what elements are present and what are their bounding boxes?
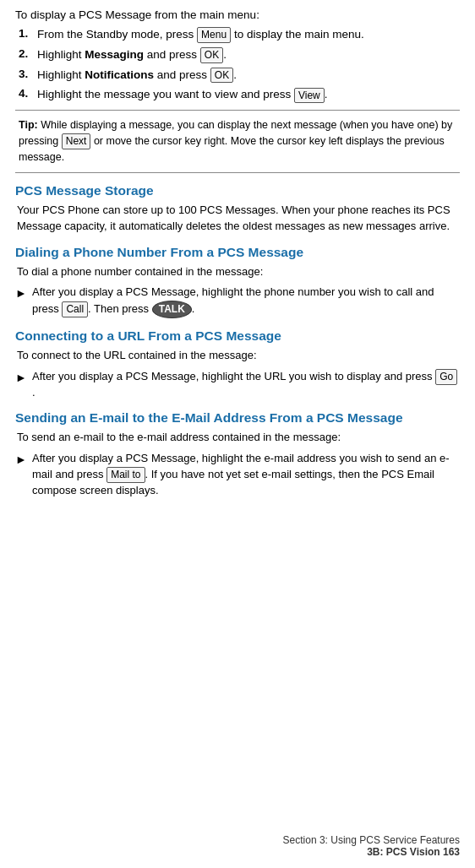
talk-button: TALK [152,301,192,318]
mailto-button: Mail to [106,467,145,483]
section-email: Sending an E-mail to the E-Mail Address … [15,410,460,498]
dialing-middle: . Then press [88,302,152,315]
step-3-after: . [233,68,237,81]
step-2-before: Highlight [37,48,85,61]
step-2-num: 2. [19,46,37,62]
intro-text: To display a PCS Message from the main m… [15,8,460,21]
next-button: Next [62,133,91,149]
step-3-num: 3. [19,67,37,83]
steps-list: 1. From the Standby mode, press Menu to … [15,26,460,103]
bullet-text-url-1: After you display a PCS Message, highlig… [32,369,460,401]
dialing-after: . [192,302,195,315]
bullet-url-1: ► After you display a PCS Message, highl… [15,369,460,401]
bullet-email-1: ► After you display a PCS Message, highl… [15,451,460,499]
step-4: 4. Highlight the message you want to vie… [19,86,460,103]
tip-label: Tip: [19,119,38,131]
section-heading-dialing: Dialing a Phone Number From a PCS Messag… [15,245,460,260]
section-url: Connecting to a URL From a PCS Message T… [15,328,460,400]
step-2: 2. Highlight Messaging and press OK. [19,46,460,63]
section-heading-storage: PCS Message Storage [15,183,460,198]
ok-button-2: OK [210,68,233,84]
step-4-after: . [325,88,328,100]
go-button: Go [435,369,457,385]
menu-button: Menu [197,27,231,43]
section-body-url: To connect to the URL contained in the m… [15,347,460,364]
tip-box: Tip: While displaying a message, you can… [15,110,460,173]
section-dialing: Dialing a Phone Number From a PCS Messag… [15,245,460,318]
footer-line1: Section 3: Using PCS Service Features [283,834,460,846]
bullet-dialing-1: ► After you display a PCS Message, highl… [15,285,460,318]
step-1-before: From the Standby mode, press [37,28,197,41]
step-2-bold: Messaging [85,48,144,61]
url-before: After you display a PCS Message, highlig… [32,370,435,382]
footer: Section 3: Using PCS Service Features 3B… [283,834,460,858]
step-3-bold: Notifications [85,68,154,81]
step-1: 1. From the Standby mode, press Menu to … [19,26,460,43]
footer-line2: 3B: PCS Vision 163 [283,846,460,858]
step-4-num: 4. [19,86,37,102]
step-2-text: Highlight Messaging and press OK. [37,46,460,63]
bullet-arrow-1: ► [15,285,29,301]
section-body-email: To send an e-mail to the e-mail address … [15,429,460,446]
step-1-middle: to display the main menu. [231,28,364,41]
step-3-middle: and press [154,68,210,81]
url-middle: . [32,386,35,399]
section-pcs-storage: PCS Message Storage Your PCS Phone can s… [15,183,460,235]
step-2-after: . [223,48,227,61]
bullet-text-email-1: After you display a PCS Message, highlig… [32,451,460,499]
ok-button-1: OK [200,47,223,63]
step-3: 3. Highlight Notifications and press OK. [19,67,460,84]
step-4-text: Highlight the message you want to view a… [37,86,460,103]
step-3-text: Highlight Notifications and press OK. [37,67,460,84]
section-body-dialing: To dial a phone number contained in the … [15,263,460,280]
bullet-text-dialing-1: After you display a PCS Message, highlig… [32,285,460,318]
bullet-arrow-2: ► [15,369,29,386]
step-4-before: Highlight the message you want to view a… [37,88,294,100]
step-1-text: From the Standby mode, press Menu to dis… [37,26,460,43]
call-button: Call [62,301,88,317]
bullet-arrow-3: ► [15,451,29,468]
step-3-before: Highlight [37,68,85,81]
section-body-storage: Your PCS Phone can store up to 100 PCS M… [15,202,460,235]
step-1-num: 1. [19,26,37,42]
section-heading-url: Connecting to a URL From a PCS Message [15,328,460,344]
section-heading-email: Sending an E-mail to the E-Mail Address … [15,410,460,426]
step-2-middle: and press [144,48,200,61]
view-button: View [294,88,325,104]
